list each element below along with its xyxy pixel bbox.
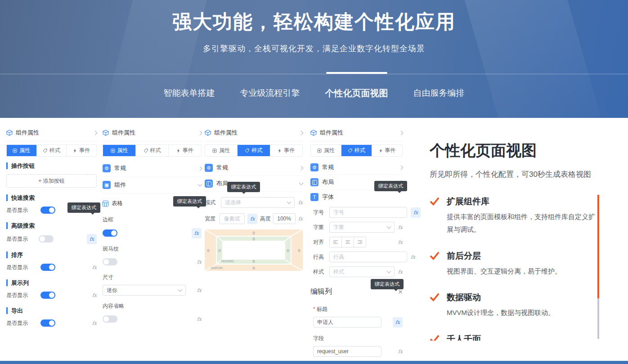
style-tag-icon — [144, 148, 148, 153]
feature-title: 数据驱动 — [447, 292, 555, 303]
fx-binding-button[interactable]: fx — [298, 200, 303, 205]
size-select[interactable]: 迷你 — [103, 285, 186, 296]
group-font[interactable]: T 字体 — [310, 190, 403, 204]
list-item: 扩展组件库 提供丰富的页面模板和组件，支持组件库自定义扩展与调试。 — [430, 196, 610, 236]
mode-select[interactable]: 请选择 — [221, 197, 295, 208]
event-bolt-icon — [176, 148, 180, 153]
feature-title: 前后分层 — [447, 250, 561, 262]
tab-property-label: 属性 — [324, 147, 335, 154]
group-general[interactable]: ⚙ 常规 — [205, 160, 303, 176]
border-toggle[interactable] — [103, 229, 117, 237]
align-right-button[interactable] — [354, 237, 366, 247]
height-input[interactable] — [273, 213, 296, 224]
fx-binding-button[interactable]: fx — [398, 270, 403, 274]
tab-property[interactable]: 属性 — [103, 145, 136, 156]
tab-style[interactable]: 样式 — [341, 145, 372, 156]
tab-event[interactable]: 事件 — [67, 145, 96, 156]
font-size-input[interactable] — [329, 207, 407, 218]
chevron-right-icon[interactable] — [299, 130, 304, 135]
padding-right-value[interactable]: 0 — [287, 248, 289, 253]
fx-binding-button-active[interactable]: fx — [411, 207, 421, 218]
fx-binding-button[interactable]: fx — [298, 216, 303, 221]
align-left-button[interactable] — [330, 237, 342, 247]
advanced-search-toggle[interactable] — [39, 235, 54, 243]
tab-style[interactable]: 样式 — [238, 145, 270, 156]
font-style-select[interactable]: 样式 — [329, 266, 395, 277]
tab-process-engine[interactable]: 专业级流程引擎 — [239, 85, 301, 101]
edit-column-title: 编辑列 — [310, 287, 332, 297]
font-weight-select[interactable]: 字重 — [329, 222, 395, 233]
tab-event[interactable]: 事件 — [169, 145, 201, 156]
fx-binding-button[interactable]: fx — [197, 317, 202, 322]
fx-binding-button-active[interactable]: fx — [247, 214, 257, 224]
stripe-toggle[interactable] — [103, 258, 117, 265]
box-model-diagram: 0 0 0 0 0 0 0 0 MARGIN PADDING — [205, 229, 303, 271]
tab-style-label: 样式 — [150, 147, 161, 154]
tab-style[interactable]: 样式 — [136, 145, 169, 156]
tab-page-view[interactable]: 个性化页面视图 — [324, 85, 389, 101]
line-height-input[interactable] — [329, 252, 407, 262]
scrollbar-track[interactable] — [597, 195, 599, 339]
width-input[interactable] — [220, 213, 245, 224]
fx-binding-button[interactable]: fx — [92, 265, 97, 270]
tab-service-orchestration[interactable]: 自由服务编排 — [413, 85, 466, 101]
add-button[interactable]: + 添加按钮 — [6, 174, 97, 188]
group-component[interactable]: ▣ 组件 — [103, 177, 202, 193]
fx-binding-button-active[interactable]: fx — [192, 228, 202, 238]
font-weight-label: 字重 — [313, 224, 326, 231]
tab-event[interactable]: 事件 — [372, 145, 402, 156]
tab-property-label: 属性 — [19, 147, 30, 154]
margin-left-value[interactable]: 0 — [207, 248, 209, 253]
fx-binding-button[interactable]: fx — [197, 288, 202, 293]
fx-binding-button[interactable]: fx — [411, 255, 415, 260]
fx-binding-button[interactable]: fx — [197, 260, 202, 265]
padding-bottom-value[interactable]: 0 — [252, 259, 255, 264]
fx-binding-button[interactable]: fx — [398, 240, 403, 245]
panel-title: 组件属性 — [214, 129, 300, 137]
padding-top-value[interactable]: 0 — [252, 237, 255, 241]
section-action-buttons: 操作按钮 — [6, 162, 97, 169]
tab-style[interactable]: 样式 — [37, 145, 67, 156]
mode-label: 模式 — [205, 199, 217, 207]
fx-binding-button[interactable]: fx — [398, 349, 403, 354]
align-center-button[interactable] — [342, 237, 354, 247]
group-general[interactable]: ⚙ 常规 — [103, 160, 202, 177]
column-field-label: 字段 — [313, 335, 403, 342]
chevron-right-icon[interactable] — [399, 130, 404, 135]
fx-binding-button[interactable]: fx — [92, 293, 97, 298]
tab-property[interactable]: 属性 — [205, 145, 238, 156]
column-field-input[interactable] — [313, 346, 381, 357]
chevron-right-icon[interactable] — [93, 130, 98, 135]
style-tag-icon — [43, 148, 47, 153]
tab-event[interactable]: 事件 — [270, 145, 302, 156]
margin-right-value[interactable]: 0 — [298, 248, 300, 253]
column-title-input[interactable] — [313, 317, 381, 328]
columns-toggle[interactable] — [40, 292, 55, 299]
fx-binding-button[interactable]: fx — [398, 225, 403, 230]
show-label: 是否显示 — [6, 207, 28, 214]
fx-binding-button-active[interactable]: fx — [393, 317, 403, 328]
hero-banner: 强大功能，轻松构建个性化应用 多引擎驱动，全栈可视化开发，满足企业数字化转型全场… — [0, 0, 628, 118]
group-general[interactable]: ⚙ 常规 — [310, 160, 403, 175]
scrollbar-thumb[interactable] — [597, 195, 599, 298]
padding-left-value[interactable]: 0 — [218, 248, 220, 253]
quick-search-toggle[interactable] — [40, 207, 55, 214]
margin-top-value[interactable]: 0 — [252, 231, 255, 235]
margin-bottom-value[interactable]: 0 — [252, 266, 255, 270]
property-icon — [212, 148, 217, 153]
ellipsis-toggle[interactable] — [103, 315, 117, 323]
chevron-right-icon[interactable] — [198, 130, 202, 135]
sort-toggle[interactable] — [40, 264, 55, 271]
property-icon — [111, 148, 115, 153]
tab-property[interactable]: 属性 — [7, 145, 37, 156]
tab-style-label: 样式 — [251, 147, 262, 154]
fx-binding-button[interactable]: fx — [92, 321, 97, 326]
height-label: 高度 — [260, 215, 271, 223]
export-toggle[interactable] — [40, 319, 55, 327]
export-visible-row: 是否显示 fx — [6, 318, 97, 328]
tab-smart-form[interactable]: 智能表单搭建 — [163, 85, 216, 101]
fx-binding-button-active[interactable]: fx — [87, 234, 97, 244]
column-title-label: 标题 — [317, 306, 327, 312]
tab-property[interactable]: 属性 — [311, 145, 341, 156]
panel-tab-bar: 属性 样式 事件 — [6, 144, 97, 157]
